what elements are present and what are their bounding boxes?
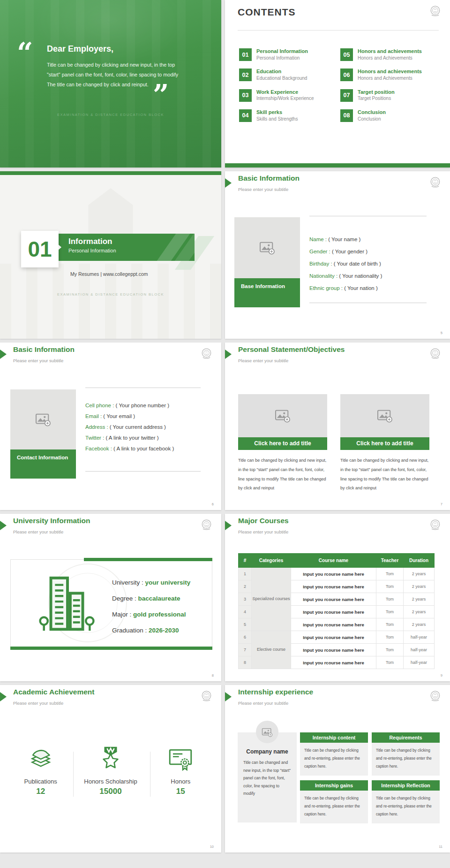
university-seal-logo (200, 347, 213, 360)
image-placeholder[interactable] (234, 217, 300, 278)
card-title-bar[interactable]: Internship Reflection (372, 780, 440, 791)
field-label: Major : (112, 611, 131, 618)
toc-number-badge: 01 (239, 48, 252, 61)
photo-caption-watermark: EXAMINATION & DISTANCE EDUCATION BLOCK (0, 292, 221, 297)
field-value: ( Your email ) (103, 413, 135, 419)
cell-category: Elective course (252, 631, 291, 669)
stat-label: Honors (146, 778, 216, 785)
toc-number-badge: 04 (239, 109, 252, 122)
title-arrow-icon (0, 521, 7, 530)
internship-card: Internship gains Title can be changed by… (300, 780, 368, 823)
cell-index: 3 (239, 593, 252, 606)
info-field-list: Name : ( Your name ) Gender : ( Your gen… (309, 216, 427, 303)
slide-major-courses[interactable]: Major Courses Please enter your subtitle… (225, 514, 450, 681)
toc-title: Personal Information (256, 48, 308, 55)
card-title-bar[interactable]: Internship gains (300, 780, 368, 791)
info-field-row: Major : gold professional (112, 607, 190, 623)
photo-caption-watermark: EXAMINATION & DISTANCE EDUCATION BLOCK (0, 113, 221, 117)
slide-title: Personal Statement/Objectives (238, 345, 345, 354)
slide-subtitle: Please enter your subtitle (13, 529, 63, 534)
field-value: ( Your nationality ) (339, 273, 382, 279)
slide-title: Academic Achievement (13, 688, 94, 696)
header-cell-categories: Categories (252, 554, 291, 568)
cell-duration: half-year (404, 644, 435, 656)
field-label: Twitter : (85, 435, 104, 441)
field-value: baccalaureate (138, 595, 180, 602)
slide-personal-statement[interactable]: Personal Statement/Objectives Please ent… (225, 343, 450, 510)
toc-item-05[interactable]: 05 Honors and achievementsHonors and Ach… (340, 48, 442, 61)
table-row: 6 Elective course Input you rcourse name… (239, 631, 435, 644)
section-tagline: My Resumes | www.collegeppt.com (70, 271, 148, 277)
card-caption: Title can be changed by clicking and re-… (300, 791, 368, 823)
slide-cover[interactable]: “ Dear Employers, Title can be changed b… (0, 0, 221, 168)
toc-subtitle: Skills and Strengths (256, 116, 298, 122)
image-placeholder[interactable] (10, 389, 76, 449)
toc-number-badge: 06 (340, 69, 353, 81)
internship-card: Requirements Title can be changed by cli… (372, 732, 440, 776)
company-card: Company name Title can be changed and ne… (238, 732, 297, 822)
info-field-row: Gender : ( Your gender ) (309, 245, 427, 258)
image-placeholder[interactable] (340, 394, 429, 437)
toc-item-02[interactable]: 02 EducationEducational Background (239, 69, 333, 81)
slide-contact-information[interactable]: Basic Information Please enter your subt… (0, 343, 221, 510)
toc-number-badge: 08 (340, 109, 353, 122)
card-caption: Title can be changed by clicking and re-… (372, 791, 440, 823)
field-label: Graduation : (112, 627, 147, 634)
slide-subtitle: Please enter your subtitle (238, 187, 288, 192)
title-arrow-icon (0, 692, 7, 701)
title-arrow-icon (225, 692, 232, 701)
toc-item-04[interactable]: 04 Skill perksSkills and Strengths (239, 109, 333, 122)
university-seal-logo (200, 690, 213, 702)
slide-university-information[interactable]: University Information Please enter your… (0, 514, 221, 681)
slide-basic-information[interactable]: Basic Information Please enter your subt… (225, 171, 450, 339)
field-value: ( Your nation ) (344, 285, 378, 291)
slide-academic-achievement[interactable]: Academic Achievement Please enter your s… (0, 685, 221, 853)
card-caption: Title can be changed by clicking and re-… (300, 743, 368, 776)
toc-number-badge: 05 (340, 48, 353, 61)
toc-item-08[interactable]: 08 ConclusionConclusion (340, 109, 442, 122)
image-caption-label: Contact Information (10, 449, 76, 479)
add-image-icon (275, 409, 291, 423)
slide-internship-experience[interactable]: Internship experience Please enter your … (225, 685, 450, 853)
field-value: gold professional (133, 611, 186, 618)
field-value: ( Your phone number ) (116, 403, 169, 408)
cell-course-name: Input you rcourse name here (291, 593, 376, 606)
university-field-list: University : your university Degree : ba… (112, 575, 190, 639)
title-divider (238, 30, 439, 30)
card-title-bar[interactable]: Requirements (372, 732, 440, 743)
toc-subtitle: Honors and Achievements (358, 75, 422, 82)
toc-title: Education (256, 69, 307, 75)
toc-item-06[interactable]: 06 Honors and achievementsHonors and Ach… (340, 69, 442, 81)
image-caption-label: Base Information (234, 278, 300, 307)
toc-number-badge: 03 (239, 89, 252, 102)
field-label: Degree : (112, 595, 136, 602)
add-title-button[interactable]: Click here to add title (340, 437, 429, 450)
field-value: ( Your name ) (328, 236, 360, 242)
slide-title: Major Courses (238, 517, 289, 525)
honors-certificate-icon (168, 746, 193, 771)
slide-title: University Information (13, 517, 90, 525)
image-placeholder[interactable] (238, 394, 327, 437)
cell-teacher: Tom (376, 568, 404, 580)
toc-item-01[interactable]: 01 Personal InformationPersonal Informat… (239, 48, 333, 61)
cell-teacher: Tom (376, 593, 404, 606)
slide-contents[interactable]: CONTENTS 01 Personal InformationPersonal… (225, 0, 450, 168)
slide-section-01[interactable]: 01 Information Personal Information My R… (0, 171, 221, 339)
slide-subtitle: Please enter your subtitle (238, 700, 288, 706)
slide-subtitle: Please enter your subtitle (238, 529, 288, 534)
toc-item-03[interactable]: 03 Work ExperienceInternship/Work Experi… (239, 89, 333, 102)
card-title-bar[interactable]: Internship content (300, 732, 368, 743)
cell-teacher: Tom (376, 656, 404, 669)
header-cell-index: # (239, 554, 252, 568)
field-label: Ethnic group : (309, 285, 343, 291)
image-placeholder[interactable] (256, 721, 278, 743)
toc-item-07[interactable]: 07 Target positionTarget Positions (340, 89, 442, 102)
add-title-button[interactable]: Click here to add title (238, 437, 327, 450)
panel-bottom-accent-line (10, 647, 212, 650)
cell-teacher: Tom (376, 644, 404, 656)
cell-duration: half-year (404, 631, 435, 644)
toc-subtitle: Conclusion (358, 116, 386, 122)
add-image-icon (377, 409, 393, 423)
statement-card: Click here to add title Title can be cha… (238, 394, 327, 497)
info-field-row: Email : ( Your email ) (85, 411, 201, 422)
